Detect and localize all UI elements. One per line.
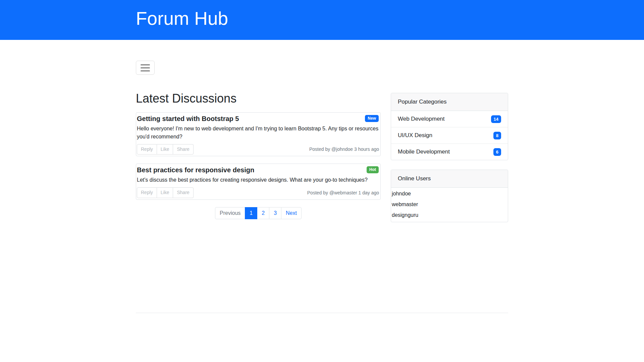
- post-actions: Reply Like Share: [137, 144, 194, 155]
- reply-button[interactable]: Reply: [137, 187, 157, 198]
- categories-card: Popular Categories Web Development 14 UI…: [391, 93, 508, 160]
- discussion-card: Best practices for responsive design Hot…: [136, 164, 381, 200]
- hamburger-icon: [141, 64, 150, 71]
- online-user: designguru: [392, 211, 507, 219]
- post-meta: Posted by @johndoe 3 hours ago: [309, 146, 380, 152]
- share-button[interactable]: Share: [173, 187, 193, 198]
- category-item-uiux-design[interactable]: UI/UX Design 8: [391, 127, 508, 144]
- pagination-page-1[interactable]: 1: [245, 207, 257, 219]
- category-name: Mobile Development: [398, 148, 450, 156]
- app-header: Forum Hub: [0, 0, 644, 40]
- category-count-badge: 6: [493, 148, 501, 156]
- pagination-page-2[interactable]: 2: [257, 207, 269, 219]
- post-title: Getting started with Bootstrap 5: [137, 115, 362, 123]
- post-body: Let's discuss the best practices for cre…: [137, 176, 380, 184]
- share-button[interactable]: Share: [173, 144, 193, 155]
- post-meta: Posted by @webmaster 1 day ago: [307, 190, 380, 195]
- online-users-list: johndoe webmaster designguru: [391, 188, 508, 222]
- category-item-web-development[interactable]: Web Development 14: [391, 111, 508, 127]
- reply-button[interactable]: Reply: [137, 144, 157, 155]
- pagination: Previous 1 2 3 Next: [136, 207, 381, 219]
- sidebar: Popular Categories Web Development 14 UI…: [391, 91, 508, 232]
- category-item-mobile-development[interactable]: Mobile Development 6: [391, 144, 508, 160]
- like-button[interactable]: Like: [157, 144, 173, 155]
- navbar-toggler-button[interactable]: [136, 61, 155, 75]
- online-user: webmaster: [392, 200, 507, 208]
- online-users-card-header: Online Users: [391, 170, 508, 188]
- online-user: johndoe: [392, 190, 507, 198]
- discussions-column: Latest Discussions Getting started with …: [136, 91, 381, 219]
- like-button[interactable]: Like: [157, 187, 173, 198]
- discussion-card: Getting started with Bootstrap 5 New Hel…: [136, 112, 381, 157]
- post-body: Hello everyone! I'm new to web developme…: [137, 125, 380, 141]
- post-title: Best practices for responsive design: [137, 166, 364, 174]
- online-users-card: Online Users johndoe webmaster designgur…: [391, 170, 508, 222]
- category-name: UI/UX Design: [398, 131, 432, 139]
- page-title: Latest Discussions: [136, 91, 381, 106]
- post-actions: Reply Like Share: [137, 187, 194, 198]
- categories-card-header: Popular Categories: [391, 93, 508, 111]
- pagination-page-3[interactable]: 3: [269, 207, 281, 219]
- pagination-previous[interactable]: Previous: [215, 207, 245, 219]
- navbar: [0, 58, 644, 77]
- site-title: Forum Hub: [136, 8, 508, 29]
- category-count-badge: 14: [491, 115, 501, 123]
- category-name: Web Development: [398, 115, 445, 123]
- pagination-next[interactable]: Next: [281, 207, 302, 219]
- post-badge-hot: Hot: [367, 166, 379, 173]
- post-badge-new: New: [365, 115, 379, 122]
- category-count-badge: 8: [493, 132, 501, 139]
